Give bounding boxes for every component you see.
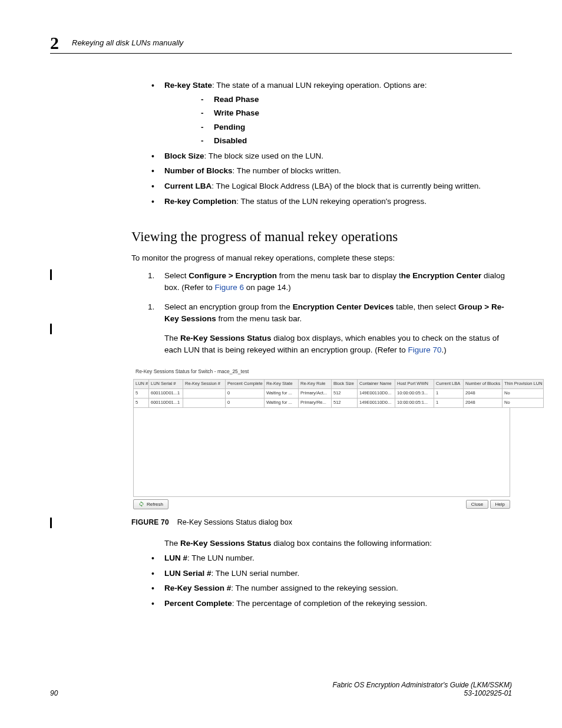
text: dialog box contains the following inform… (272, 539, 432, 548)
change-bar (50, 324, 52, 334)
term-desc: : The LUN number. (187, 554, 254, 562)
cell (183, 388, 226, 398)
subsection-heading: Viewing the progress of manual rekey ope… (131, 227, 512, 246)
figure-title: Re-Key Sessions Status dialog box (177, 518, 292, 526)
cell: No (503, 388, 544, 398)
term-desc: : The status of the LUN rekeying operati… (236, 197, 427, 206)
term-label: LUN Serial # (164, 569, 211, 578)
text: The (164, 334, 180, 342)
cell: 5 (134, 398, 149, 407)
phase-label: Read Phase (214, 95, 259, 104)
page-number: 90 (50, 689, 58, 697)
term-label: Number of Blocks (164, 166, 233, 175)
list-item: Number of Blocks: The number of blocks w… (131, 165, 512, 177)
phase-label: Write Phase (214, 108, 259, 117)
figure-link[interactable]: Figure 6 (215, 283, 244, 292)
step-text: on page 14.) (244, 283, 291, 292)
list-item: Re-key Completion: The status of the LUN… (131, 196, 512, 207)
cell: 512 (332, 398, 358, 407)
refresh-label: Refresh (147, 501, 163, 508)
cell: 5 (134, 388, 149, 398)
list-item: LUN Serial #: The LUN serial number. (131, 568, 512, 579)
step-result: The Re-Key Sessions Status dialog box di… (131, 332, 512, 355)
cell: 1 (434, 388, 464, 398)
term-desc: : The LUN serial number. (211, 569, 300, 578)
table-row[interactable]: 5 600110D01...1 0 Waiting for ... Primar… (134, 388, 544, 398)
col-header[interactable]: Re-Key State (265, 379, 299, 388)
term-desc: : The block size used on the LUN. (204, 151, 323, 160)
step-item: 1. Select Configure > Encryption from th… (131, 270, 512, 293)
col-header[interactable]: LUN # (134, 379, 149, 388)
col-header[interactable]: Block Size (332, 379, 358, 388)
help-button[interactable]: Help (490, 500, 510, 509)
term-desc: : The number assigned to the rekeying se… (231, 584, 398, 592)
col-header[interactable]: LUN Serial # (149, 379, 183, 388)
figure-link[interactable]: Figure 70 (408, 345, 441, 354)
close-button[interactable]: Close (466, 500, 488, 509)
change-bar (50, 518, 52, 528)
list-item: Block Size: The block size used on the L… (131, 150, 512, 162)
doc-number: 53-1002925-01 (464, 689, 512, 697)
list-item: Write Phase (164, 107, 512, 119)
cell: 10:00:00:05:1... (395, 398, 434, 407)
dialog-buttons-right: Close Help (466, 500, 510, 509)
term-desc: : The percentage of completion of the re… (232, 599, 427, 608)
cell: 10:00:00:05:3... (395, 388, 434, 398)
text: .) (442, 345, 447, 354)
dialog-title: Re-Key Sessions Status for Switch - mace… (135, 368, 508, 375)
col-header[interactable]: Container Name (358, 379, 395, 388)
term-label: Percent Complete (164, 599, 232, 608)
post-figure-paragraph: The Re-Key Sessions Status dialog box co… (164, 538, 512, 549)
col-header[interactable]: Re-Key Session # (183, 379, 226, 388)
menu-path: Configure > Encryption (189, 271, 277, 280)
step-number: 1. (148, 270, 154, 282)
cell: Primary/Act... (299, 388, 332, 398)
cell: 0 (226, 398, 265, 407)
change-bar (50, 269, 52, 280)
cell: 512 (332, 388, 358, 398)
cell: 2048 (464, 388, 503, 398)
term-desc: : The number of blocks written. (233, 166, 341, 175)
cell: Primary/Re... (299, 398, 332, 407)
list-item: Read Phase (164, 94, 512, 106)
col-header[interactable]: Current LBA (434, 379, 464, 388)
table-header-row: LUN # LUN Serial # Re-Key Session # Perc… (134, 379, 544, 388)
figure-number: FIGURE 70 (131, 518, 169, 526)
cell: No (503, 398, 544, 407)
help-label: Help (495, 501, 505, 508)
term-label: Re-key Completion (164, 197, 236, 206)
term-desc: : The state of a manual LUN rekeying ope… (212, 81, 427, 90)
col-header[interactable]: Thin Provision LUN (503, 379, 544, 388)
refresh-button[interactable]: Refresh (133, 499, 168, 510)
table-empty-area (133, 408, 510, 497)
col-header[interactable]: Number of Blocks (464, 379, 503, 388)
step-text: Select an encryption group from the (164, 302, 293, 311)
term-desc: : The Logical Block Address (LBA) of the… (211, 182, 481, 190)
intro-paragraph: To monitor the progress of manual rekey … (131, 252, 512, 264)
col-header[interactable]: Re-Key Role (299, 379, 332, 388)
table-name: Encryption Center Devices (293, 302, 394, 311)
footer-doc-info: Fabric OS Encryption Administrator's Gui… (332, 681, 512, 697)
col-header[interactable]: Percent Complete (226, 379, 265, 388)
dialog-name: Re-Key Sessions Status (180, 539, 272, 548)
cell: 600110D01...1 (149, 398, 183, 407)
list-item: Pending (164, 121, 512, 133)
dialog-figure: Re-Key Sessions Status for Switch - mace… (131, 363, 512, 528)
term-label: Re-key State (164, 81, 212, 90)
step-text: from the menu task bar. (216, 314, 302, 323)
figure-caption: FIGURE 70 Re-Key Sessions Status dialog … (131, 517, 512, 528)
cell: Waiting for ... (265, 388, 299, 398)
definition-list: Re-key State: The state of a manual LUN … (131, 80, 512, 207)
doc-title: Fabric OS Encryption Administrator's Gui… (332, 681, 512, 689)
list-item: Re-key State: The state of a manual LUN … (131, 80, 512, 147)
cell: 1 (434, 398, 464, 407)
term-label: Re-Key Session # (164, 584, 231, 592)
dialog-name: Re-Key Sessions Status (180, 334, 272, 342)
table-row[interactable]: 5 600110D01...1 0 Waiting for ... Primar… (134, 398, 544, 407)
list-item: Re-Key Session #: The number assigned to… (131, 582, 512, 594)
col-header[interactable]: Host Port WWN (395, 379, 434, 388)
dialog-toolbar: Refresh Close Help (133, 499, 510, 510)
dialog-name: he Encryption Center (401, 271, 482, 280)
step-item: 1. Select an encryption group from the E… (131, 301, 512, 324)
cell: 149E00110D0... (358, 398, 395, 407)
